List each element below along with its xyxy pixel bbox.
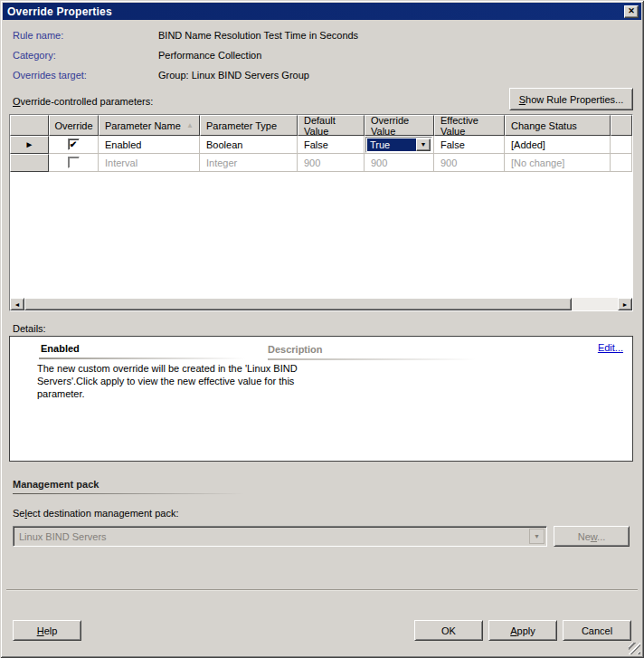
close-button[interactable]: ✕ (624, 5, 639, 18)
filler-cell (611, 136, 632, 154)
close-icon: ✕ (628, 7, 635, 15)
ok-button[interactable]: OK (414, 620, 483, 641)
apply-button[interactable]: Apply (488, 620, 557, 641)
override-value-cell[interactable]: 900 (365, 154, 434, 172)
override-checkbox[interactable]: ✔ (68, 138, 80, 150)
horizontal-scrollbar[interactable]: ◄ ► (10, 298, 632, 310)
column-header-row-selector (10, 115, 49, 136)
row-selector-cell[interactable]: ► (10, 136, 49, 154)
override-properties-dialog: Override Properties ✕ Rule name: BIND Na… (0, 0, 644, 658)
details-panel: Enabled The new custom override will be … (9, 336, 633, 462)
override-checkbox-cell: ✔ (49, 136, 99, 154)
parameter-name-cell[interactable]: Enabled (99, 136, 200, 154)
scrollbar-track[interactable] (572, 298, 618, 310)
management-pack-divider (13, 493, 244, 494)
rule-name-value: BIND Name Resolution Test Time in Second… (158, 30, 358, 41)
column-header-override-value[interactable]: Override Value (365, 115, 434, 136)
new-management-pack-button[interactable]: New... (554, 526, 630, 547)
detail-parameter-title: Enabled (41, 343, 80, 354)
parameter-type-cell[interactable]: Boolean (200, 136, 298, 154)
management-pack-heading: Management pack (13, 479, 99, 490)
dropdown-button[interactable]: ▼ (529, 529, 545, 544)
scrollbar-thumb[interactable] (24, 298, 572, 310)
scroll-left-button[interactable]: ◄ (10, 298, 24, 310)
column-header-parameter-name[interactable]: Parameter Name▲ (99, 115, 200, 136)
checkmark-icon: ✔ (70, 140, 77, 149)
destination-management-pack-select[interactable]: Linux BIND Servers ▼ (13, 526, 547, 547)
description-column-header: Description (268, 344, 323, 355)
parameters-grid: Override Parameter Name▲ Parameter Type … (9, 114, 633, 311)
default-value-cell[interactable]: False (298, 136, 365, 154)
title-bar[interactable]: Override Properties ✕ (3, 3, 641, 20)
detail-title-divider (39, 358, 245, 359)
table-row[interactable]: Interval Integer 900 900 900 [No change] (10, 154, 632, 172)
detail-description-text: The new custom override will be created … (37, 362, 308, 400)
column-header-parameter-type[interactable]: Parameter Type (200, 115, 298, 136)
selected-management-pack: Linux BIND Servers (14, 531, 529, 542)
table-row[interactable]: ► ✔ Enabled Boolean False True ▼ False [… (10, 136, 632, 154)
category-value: Performance Collection (158, 50, 261, 61)
show-rule-properties-button[interactable]: Show Rule Properties... (509, 88, 633, 110)
cancel-button[interactable]: Cancel (563, 620, 631, 641)
grid-empty-area (10, 172, 632, 298)
scroll-right-button[interactable]: ► (618, 298, 632, 310)
column-header-effective-value[interactable]: Effective Value (434, 115, 505, 136)
dropdown-button[interactable]: ▼ (416, 138, 431, 151)
row-selector-cell[interactable] (10, 154, 49, 172)
overrides-target-value: Group: Linux BIND Servers Group (158, 70, 309, 81)
override-value-selected: True (367, 138, 416, 151)
overrides-target-label: Overrides target: (13, 70, 87, 81)
column-header-default-value[interactable]: Default Value (298, 115, 365, 136)
current-row-icon: ► (25, 140, 34, 149)
chevron-down-icon: ▼ (421, 141, 427, 148)
resize-grip[interactable] (629, 643, 640, 654)
description-divider (268, 358, 476, 360)
category-label: Category: (13, 50, 56, 61)
column-header-filler (611, 115, 632, 136)
select-destination-label: Select destination management pack: (13, 508, 178, 519)
details-label: Details: (13, 323, 46, 334)
column-header-change-status[interactable]: Change Status (505, 115, 611, 136)
override-checkbox-cell (49, 154, 99, 172)
parameter-name-cell[interactable]: Interval (99, 154, 200, 172)
override-checkbox[interactable] (68, 157, 80, 168)
change-status-cell[interactable]: [Added] (505, 136, 611, 154)
rule-name-label: Rule name: (13, 30, 63, 41)
parameter-type-cell[interactable]: Integer (200, 154, 298, 172)
filler-cell (611, 154, 632, 172)
effective-value-cell[interactable]: 900 (434, 154, 505, 172)
window-title: Override Properties (7, 5, 112, 18)
change-status-cell[interactable]: [No change] (505, 154, 611, 172)
help-button[interactable]: Help (13, 620, 81, 641)
sort-ascending-icon: ▲ (186, 121, 194, 129)
scroll-right-icon: ► (622, 301, 629, 308)
edit-link[interactable]: Edit... (598, 342, 623, 353)
override-value-dropdown[interactable]: True ▼ (365, 137, 432, 153)
scroll-left-icon: ◄ (14, 301, 21, 308)
chevron-down-icon: ▼ (534, 533, 540, 539)
override-value-cell: True ▼ (365, 136, 434, 154)
override-controlled-parameters-label: Override-controlled parameters: (13, 96, 153, 107)
grid-header-row: Override Parameter Name▲ Parameter Type … (10, 115, 632, 136)
effective-value-cell[interactable]: False (434, 136, 505, 154)
default-value-cell[interactable]: 900 (298, 154, 365, 172)
column-header-override[interactable]: Override (49, 115, 99, 136)
footer-divider (6, 589, 638, 591)
